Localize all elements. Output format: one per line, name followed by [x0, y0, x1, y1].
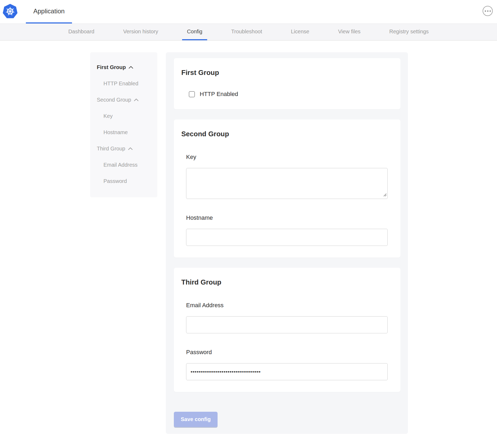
sidebar-item-email-address[interactable]: Email Address	[97, 157, 153, 173]
key-textarea[interactable]	[186, 168, 388, 199]
tab-version-history[interactable]: Version history	[118, 24, 163, 40]
email-address-input[interactable]	[186, 316, 388, 333]
main-nav-tabs: Dashboard Version history Config Trouble…	[0, 23, 497, 41]
chevron-up-icon	[134, 98, 139, 101]
sidebar-item-http-enabled[interactable]: HTTP Enabled	[97, 75, 153, 92]
sidebar-group-third-group[interactable]: Third Group	[97, 141, 153, 157]
ellipsis-icon	[485, 10, 486, 12]
config-group-first: First Group HTTP Enabled	[174, 58, 400, 109]
tab-dashboard[interactable]: Dashboard	[63, 24, 99, 40]
http-enabled-field: HTTP Enabled	[189, 91, 389, 98]
config-group-third: Third Group Email Address Password	[174, 268, 400, 392]
tab-config[interactable]: Config	[182, 24, 207, 40]
hostname-input[interactable]	[186, 229, 388, 246]
sidebar-item-key[interactable]: Key	[97, 108, 153, 124]
key-label: Key	[186, 154, 389, 161]
sidebar-item-hostname[interactable]: Hostname	[97, 124, 153, 141]
http-enabled-label[interactable]: HTTP Enabled	[200, 91, 238, 98]
group-title: First Group	[181, 69, 389, 77]
password-label: Password	[186, 349, 389, 356]
config-group-second: Second Group Key Hostname	[174, 119, 400, 258]
hostname-label: Hostname	[186, 214, 389, 221]
kubernetes-logo-icon	[3, 4, 18, 19]
app-title-tab[interactable]: Application	[26, 0, 72, 23]
email-address-label: Email Address	[186, 302, 389, 309]
chevron-up-icon	[128, 147, 133, 150]
config-page: First Group HTTP Enabled Second Group Ke…	[0, 41, 497, 434]
password-input[interactable]	[186, 363, 388, 380]
chevron-up-icon	[129, 66, 133, 69]
sidebar-group-second-group[interactable]: Second Group	[97, 92, 153, 108]
app-header: Application	[0, 0, 497, 23]
save-config-button[interactable]: Save config	[174, 412, 218, 427]
tab-license[interactable]: License	[286, 24, 314, 40]
more-menu-button[interactable]	[483, 6, 493, 16]
http-enabled-checkbox[interactable]	[189, 91, 195, 97]
tab-registry-settings[interactable]: Registry settings	[384, 24, 434, 40]
group-title: Third Group	[181, 278, 389, 286]
sidebar-group-first-group[interactable]: First Group	[97, 59, 153, 75]
tab-troubleshoot[interactable]: Troubleshoot	[226, 24, 267, 40]
tab-view-files[interactable]: View files	[333, 24, 365, 40]
config-form-panel: First Group HTTP Enabled Second Group Ke…	[166, 52, 408, 434]
sidebar-item-password[interactable]: Password	[97, 173, 153, 189]
group-title: Second Group	[181, 130, 389, 138]
config-sidebar: First Group HTTP Enabled Second Group Ke…	[90, 52, 157, 197]
